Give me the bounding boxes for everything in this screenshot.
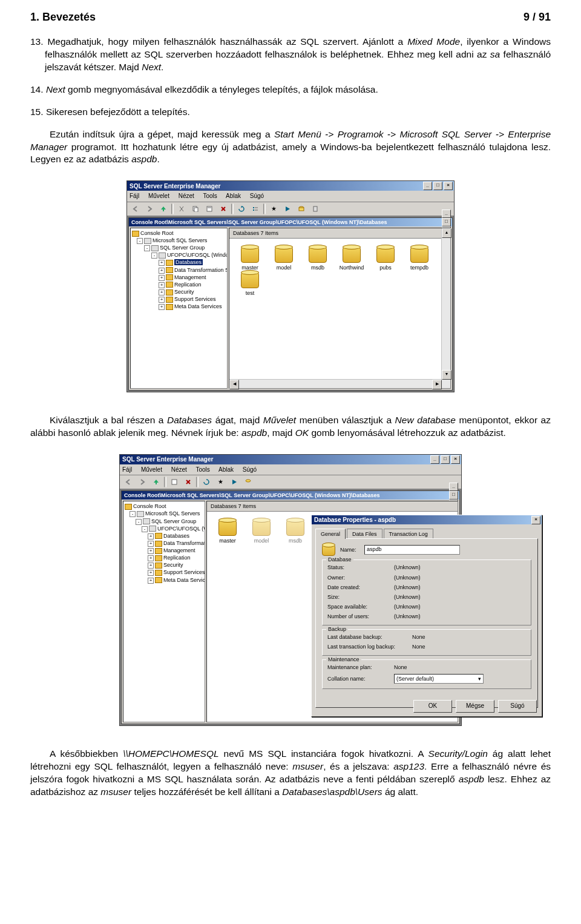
scrollbar-horizontal[interactable]: ◀ ▶ xyxy=(229,379,442,388)
menu-tools-2[interactable]: Tools xyxy=(195,466,209,473)
scroll-up-button[interactable]: ▲ xyxy=(442,228,451,238)
toolbar-up-icon[interactable] xyxy=(150,477,162,487)
menu-view[interactable]: Nézet xyxy=(179,193,194,199)
name-input[interactable]: aspdb xyxy=(364,545,460,555)
tree-mssql[interactable]: Microsoft SQL Servers xyxy=(153,237,207,243)
tree-pane-2[interactable]: Console Root -Microsoft SQL Servers -SQL… xyxy=(123,501,205,722)
toolbar-delete-icon[interactable] xyxy=(182,477,194,487)
tree-dts-2[interactable]: Data Transformatio xyxy=(163,540,205,546)
tree-metadata-2[interactable]: Meta Data Services xyxy=(163,577,205,583)
menu-tools[interactable]: Tools xyxy=(203,193,217,199)
tree-instance[interactable]: UFOPC\UFOSQL (Windows N xyxy=(167,252,228,258)
db-item-msdb[interactable]: msdb xyxy=(301,246,335,271)
collation-select[interactable]: (Server default) ▾ xyxy=(394,674,484,684)
ok-button[interactable]: OK xyxy=(413,700,452,713)
tree-databases-selected[interactable]: Databases xyxy=(174,259,203,265)
toolbar-cut-icon[interactable] xyxy=(176,203,188,214)
window-titlebar[interactable]: SQL Server Enterprise Manager _ □ × xyxy=(127,181,454,191)
para3-msuser2: msuser xyxy=(100,787,131,797)
mdi-maximize-button-2[interactable]: □ xyxy=(449,491,458,500)
window-titlebar-2[interactable]: SQL Server Enterprise Manager _ □ × xyxy=(120,455,461,464)
db-item-northwind[interactable]: Northwind xyxy=(335,246,369,271)
dialog-close-button[interactable]: × xyxy=(531,516,540,524)
tree-management[interactable]: Management xyxy=(174,274,206,280)
tab-general[interactable]: General xyxy=(315,529,346,539)
tree-replication[interactable]: Replication xyxy=(174,282,202,288)
toolbar-run-icon[interactable] xyxy=(228,477,240,487)
toolbar-run-icon[interactable] xyxy=(281,203,294,214)
maximize-button-2[interactable]: □ xyxy=(441,455,450,464)
maximize-button[interactable]: □ xyxy=(433,182,442,190)
toolbar-properties-icon[interactable] xyxy=(203,203,215,214)
scrollbar-vertical[interactable]: ▲ ▼ xyxy=(441,228,450,388)
db-item-master[interactable]: master xyxy=(233,246,267,271)
toolbar-up-icon[interactable] xyxy=(157,203,169,214)
close-button[interactable]: × xyxy=(444,182,453,190)
cancel-button[interactable]: Mégse xyxy=(456,700,494,713)
svg-rect-5 xyxy=(253,210,254,211)
toolbar-db-icon[interactable] xyxy=(242,477,254,487)
toolbar-star-icon[interactable]: ★ xyxy=(214,477,226,487)
menu-window[interactable]: Ablak xyxy=(226,193,241,199)
tree-pane[interactable]: Console Root -Microsoft SQL Servers -SQL… xyxy=(130,228,228,389)
db-item[interactable]: model xyxy=(245,519,278,544)
toolbar-back-icon[interactable] xyxy=(122,477,134,487)
tree-security[interactable]: Security xyxy=(174,289,194,295)
scroll-right-button[interactable]: ▶ xyxy=(432,380,442,389)
mdi-titlebar[interactable]: Console Root\Microsoft SQL Servers\SQL S… xyxy=(129,218,452,226)
toolbar-refresh-icon[interactable] xyxy=(235,203,248,214)
tree-dts[interactable]: Data Transformation Ser xyxy=(174,267,228,273)
scroll-left-button[interactable]: ◀ xyxy=(229,380,239,389)
toolbar-delete-icon[interactable] xyxy=(217,203,229,214)
toolbar-properties-icon[interactable] xyxy=(168,477,180,487)
menu-help[interactable]: Súgó xyxy=(250,193,264,199)
menu-window-2[interactable]: Ablak xyxy=(218,466,234,473)
db-item-tempdb[interactable]: tempdb xyxy=(402,246,436,271)
tree-root-2[interactable]: Console Root xyxy=(133,503,166,509)
minimize-button[interactable]: _ xyxy=(423,182,432,190)
tree-security-2[interactable]: Security xyxy=(163,562,183,568)
mdi-titlebar-2[interactable]: Console Root\Microsoft SQL Servers\SQL S… xyxy=(122,491,459,500)
tree-instance-2[interactable]: UFOPC\UFOSQL (Wind xyxy=(157,526,205,532)
minimize-button-2[interactable]: _ xyxy=(430,455,439,464)
help-button[interactable]: Súgó xyxy=(498,700,537,713)
tree-group[interactable]: SQL Server Group xyxy=(160,245,205,251)
toolbar-copy-icon[interactable] xyxy=(189,203,202,214)
menu-view-2[interactable]: Nézet xyxy=(171,466,187,473)
tree-management-2[interactable]: Management xyxy=(163,547,195,553)
mdi-minimize-button[interactable]: _ xyxy=(442,210,451,218)
tab-data-files[interactable]: Data Files xyxy=(347,529,382,539)
toolbar-db-icon[interactable] xyxy=(295,203,307,214)
menu-action[interactable]: Művelet xyxy=(148,193,169,199)
tab-transaction-log[interactable]: Transaction Log xyxy=(384,529,433,539)
db-item-model[interactable]: model xyxy=(267,246,301,271)
tree-mssql-2[interactable]: Microsoft SQL Servers xyxy=(145,510,200,516)
menu-file-2[interactable]: Fájl xyxy=(122,466,132,473)
db-item[interactable]: msdb xyxy=(278,519,312,544)
toolbar-list-icon[interactable] xyxy=(249,203,261,214)
tree-support-2[interactable]: Support Services xyxy=(163,569,205,575)
tree-metadata[interactable]: Meta Data Services xyxy=(174,303,222,309)
mdi-maximize-button[interactable]: □ xyxy=(442,218,451,226)
tree-databases-2[interactable]: Databases xyxy=(163,533,189,539)
dialog-titlebar[interactable]: Database Properties - aspdb × xyxy=(312,515,542,524)
toolbar-forward-icon[interactable] xyxy=(136,477,148,487)
toolbar-forward-icon[interactable] xyxy=(143,203,156,214)
menu-file[interactable]: Fájl xyxy=(130,193,139,199)
db-item-pubs[interactable]: pubs xyxy=(369,246,402,271)
db-item[interactable]: master xyxy=(211,519,245,544)
menu-action-2[interactable]: Művelet xyxy=(141,466,162,473)
toolbar-back-icon[interactable] xyxy=(130,203,142,214)
toolbar-refresh-icon[interactable] xyxy=(200,477,212,487)
tree-replication-2[interactable]: Replication xyxy=(163,555,191,561)
menu-help-2[interactable]: Súgó xyxy=(243,466,257,473)
tree-group-2[interactable]: SQL Server Group xyxy=(151,518,196,524)
toolbar-server-icon[interactable] xyxy=(309,203,321,214)
db-item-test[interactable]: test xyxy=(233,271,267,297)
scroll-down-button[interactable]: ▼ xyxy=(442,370,451,380)
mdi-minimize-button-2[interactable]: _ xyxy=(449,483,458,491)
tree-root[interactable]: Console Root xyxy=(140,230,174,236)
tree-support[interactable]: Support Services xyxy=(174,296,216,302)
close-button-2[interactable]: × xyxy=(451,455,460,464)
toolbar-star-icon[interactable]: ★ xyxy=(268,203,280,214)
